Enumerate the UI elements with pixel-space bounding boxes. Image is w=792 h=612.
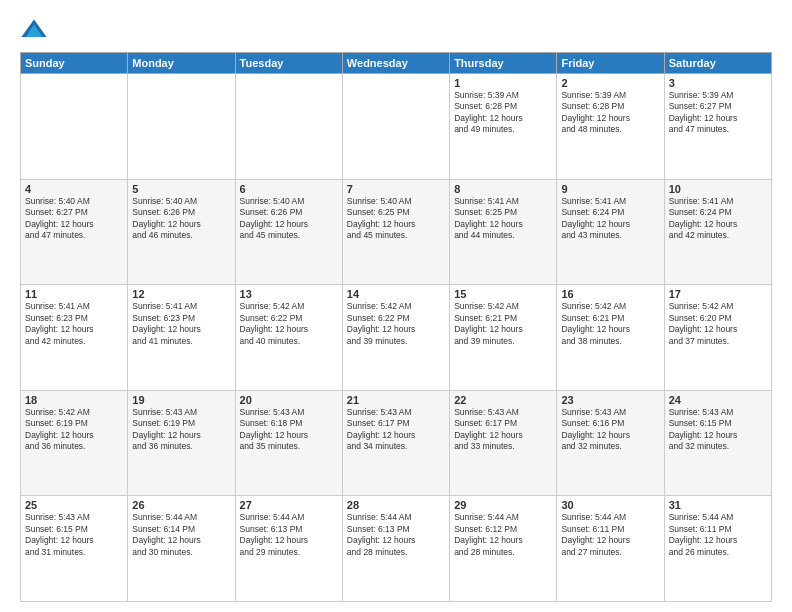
- day-info: Sunrise: 5:39 AM Sunset: 6:28 PM Dayligh…: [454, 90, 552, 136]
- week-row-2: 4Sunrise: 5:40 AM Sunset: 6:27 PM Daylig…: [21, 179, 772, 285]
- day-cell: 23Sunrise: 5:43 AM Sunset: 6:16 PM Dayli…: [557, 390, 664, 496]
- day-cell: 11Sunrise: 5:41 AM Sunset: 6:23 PM Dayli…: [21, 285, 128, 391]
- day-number: 12: [132, 288, 230, 300]
- day-number: 20: [240, 394, 338, 406]
- week-row-5: 25Sunrise: 5:43 AM Sunset: 6:15 PM Dayli…: [21, 496, 772, 602]
- day-cell: 10Sunrise: 5:41 AM Sunset: 6:24 PM Dayli…: [664, 179, 771, 285]
- day-info: Sunrise: 5:44 AM Sunset: 6:11 PM Dayligh…: [669, 512, 767, 558]
- day-info: Sunrise: 5:42 AM Sunset: 6:21 PM Dayligh…: [561, 301, 659, 347]
- week-row-3: 11Sunrise: 5:41 AM Sunset: 6:23 PM Dayli…: [21, 285, 772, 391]
- logo: [20, 16, 52, 44]
- day-info: Sunrise: 5:43 AM Sunset: 6:17 PM Dayligh…: [347, 407, 445, 453]
- day-number: 21: [347, 394, 445, 406]
- day-cell: 22Sunrise: 5:43 AM Sunset: 6:17 PM Dayli…: [450, 390, 557, 496]
- day-number: 31: [669, 499, 767, 511]
- day-cell: 19Sunrise: 5:43 AM Sunset: 6:19 PM Dayli…: [128, 390, 235, 496]
- day-cell: 29Sunrise: 5:44 AM Sunset: 6:12 PM Dayli…: [450, 496, 557, 602]
- day-cell: 2Sunrise: 5:39 AM Sunset: 6:28 PM Daylig…: [557, 74, 664, 180]
- day-info: Sunrise: 5:43 AM Sunset: 6:15 PM Dayligh…: [669, 407, 767, 453]
- day-cell: 21Sunrise: 5:43 AM Sunset: 6:17 PM Dayli…: [342, 390, 449, 496]
- day-number: 8: [454, 183, 552, 195]
- day-info: Sunrise: 5:42 AM Sunset: 6:22 PM Dayligh…: [347, 301, 445, 347]
- day-info: Sunrise: 5:41 AM Sunset: 6:23 PM Dayligh…: [25, 301, 123, 347]
- day-cell: 31Sunrise: 5:44 AM Sunset: 6:11 PM Dayli…: [664, 496, 771, 602]
- day-cell: 14Sunrise: 5:42 AM Sunset: 6:22 PM Dayli…: [342, 285, 449, 391]
- header: [20, 16, 772, 44]
- col-header-tuesday: Tuesday: [235, 53, 342, 74]
- day-info: Sunrise: 5:40 AM Sunset: 6:26 PM Dayligh…: [240, 196, 338, 242]
- col-header-wednesday: Wednesday: [342, 53, 449, 74]
- day-info: Sunrise: 5:40 AM Sunset: 6:25 PM Dayligh…: [347, 196, 445, 242]
- day-cell: 26Sunrise: 5:44 AM Sunset: 6:14 PM Dayli…: [128, 496, 235, 602]
- day-cell: [235, 74, 342, 180]
- day-info: Sunrise: 5:41 AM Sunset: 6:24 PM Dayligh…: [561, 196, 659, 242]
- day-cell: 17Sunrise: 5:42 AM Sunset: 6:20 PM Dayli…: [664, 285, 771, 391]
- day-number: 14: [347, 288, 445, 300]
- day-cell: 3Sunrise: 5:39 AM Sunset: 6:27 PM Daylig…: [664, 74, 771, 180]
- day-info: Sunrise: 5:43 AM Sunset: 6:18 PM Dayligh…: [240, 407, 338, 453]
- day-number: 11: [25, 288, 123, 300]
- week-row-1: 1Sunrise: 5:39 AM Sunset: 6:28 PM Daylig…: [21, 74, 772, 180]
- header-row: SundayMondayTuesdayWednesdayThursdayFrid…: [21, 53, 772, 74]
- day-number: 28: [347, 499, 445, 511]
- day-number: 24: [669, 394, 767, 406]
- day-cell: 20Sunrise: 5:43 AM Sunset: 6:18 PM Dayli…: [235, 390, 342, 496]
- day-number: 7: [347, 183, 445, 195]
- day-number: 3: [669, 77, 767, 89]
- day-cell: 18Sunrise: 5:42 AM Sunset: 6:19 PM Dayli…: [21, 390, 128, 496]
- day-cell: 27Sunrise: 5:44 AM Sunset: 6:13 PM Dayli…: [235, 496, 342, 602]
- day-cell: 1Sunrise: 5:39 AM Sunset: 6:28 PM Daylig…: [450, 74, 557, 180]
- day-number: 22: [454, 394, 552, 406]
- calendar-table: SundayMondayTuesdayWednesdayThursdayFrid…: [20, 52, 772, 602]
- day-cell: 9Sunrise: 5:41 AM Sunset: 6:24 PM Daylig…: [557, 179, 664, 285]
- day-number: 9: [561, 183, 659, 195]
- day-info: Sunrise: 5:44 AM Sunset: 6:13 PM Dayligh…: [347, 512, 445, 558]
- day-number: 4: [25, 183, 123, 195]
- day-info: Sunrise: 5:44 AM Sunset: 6:14 PM Dayligh…: [132, 512, 230, 558]
- day-cell: 5Sunrise: 5:40 AM Sunset: 6:26 PM Daylig…: [128, 179, 235, 285]
- col-header-sunday: Sunday: [21, 53, 128, 74]
- day-info: Sunrise: 5:41 AM Sunset: 6:24 PM Dayligh…: [669, 196, 767, 242]
- day-info: Sunrise: 5:39 AM Sunset: 6:27 PM Dayligh…: [669, 90, 767, 136]
- day-info: Sunrise: 5:44 AM Sunset: 6:13 PM Dayligh…: [240, 512, 338, 558]
- day-cell: 28Sunrise: 5:44 AM Sunset: 6:13 PM Dayli…: [342, 496, 449, 602]
- day-cell: 6Sunrise: 5:40 AM Sunset: 6:26 PM Daylig…: [235, 179, 342, 285]
- day-info: Sunrise: 5:44 AM Sunset: 6:11 PM Dayligh…: [561, 512, 659, 558]
- day-cell: 13Sunrise: 5:42 AM Sunset: 6:22 PM Dayli…: [235, 285, 342, 391]
- day-number: 26: [132, 499, 230, 511]
- day-cell: 4Sunrise: 5:40 AM Sunset: 6:27 PM Daylig…: [21, 179, 128, 285]
- page: SundayMondayTuesdayWednesdayThursdayFrid…: [0, 0, 792, 612]
- day-info: Sunrise: 5:39 AM Sunset: 6:28 PM Dayligh…: [561, 90, 659, 136]
- day-info: Sunrise: 5:42 AM Sunset: 6:20 PM Dayligh…: [669, 301, 767, 347]
- day-cell: 7Sunrise: 5:40 AM Sunset: 6:25 PM Daylig…: [342, 179, 449, 285]
- day-cell: [342, 74, 449, 180]
- day-cell: 24Sunrise: 5:43 AM Sunset: 6:15 PM Dayli…: [664, 390, 771, 496]
- day-number: 13: [240, 288, 338, 300]
- day-cell: 30Sunrise: 5:44 AM Sunset: 6:11 PM Dayli…: [557, 496, 664, 602]
- day-cell: 25Sunrise: 5:43 AM Sunset: 6:15 PM Dayli…: [21, 496, 128, 602]
- col-header-saturday: Saturday: [664, 53, 771, 74]
- day-info: Sunrise: 5:43 AM Sunset: 6:17 PM Dayligh…: [454, 407, 552, 453]
- col-header-friday: Friday: [557, 53, 664, 74]
- day-info: Sunrise: 5:42 AM Sunset: 6:22 PM Dayligh…: [240, 301, 338, 347]
- day-cell: 12Sunrise: 5:41 AM Sunset: 6:23 PM Dayli…: [128, 285, 235, 391]
- day-info: Sunrise: 5:43 AM Sunset: 6:15 PM Dayligh…: [25, 512, 123, 558]
- day-info: Sunrise: 5:43 AM Sunset: 6:19 PM Dayligh…: [132, 407, 230, 453]
- day-number: 1: [454, 77, 552, 89]
- day-cell: 15Sunrise: 5:42 AM Sunset: 6:21 PM Dayli…: [450, 285, 557, 391]
- day-info: Sunrise: 5:42 AM Sunset: 6:19 PM Dayligh…: [25, 407, 123, 453]
- day-info: Sunrise: 5:41 AM Sunset: 6:23 PM Dayligh…: [132, 301, 230, 347]
- day-number: 6: [240, 183, 338, 195]
- day-number: 17: [669, 288, 767, 300]
- logo-icon: [20, 16, 48, 44]
- col-header-monday: Monday: [128, 53, 235, 74]
- col-header-thursday: Thursday: [450, 53, 557, 74]
- day-info: Sunrise: 5:43 AM Sunset: 6:16 PM Dayligh…: [561, 407, 659, 453]
- day-number: 30: [561, 499, 659, 511]
- week-row-4: 18Sunrise: 5:42 AM Sunset: 6:19 PM Dayli…: [21, 390, 772, 496]
- day-number: 29: [454, 499, 552, 511]
- day-number: 16: [561, 288, 659, 300]
- day-number: 5: [132, 183, 230, 195]
- day-number: 23: [561, 394, 659, 406]
- day-info: Sunrise: 5:40 AM Sunset: 6:27 PM Dayligh…: [25, 196, 123, 242]
